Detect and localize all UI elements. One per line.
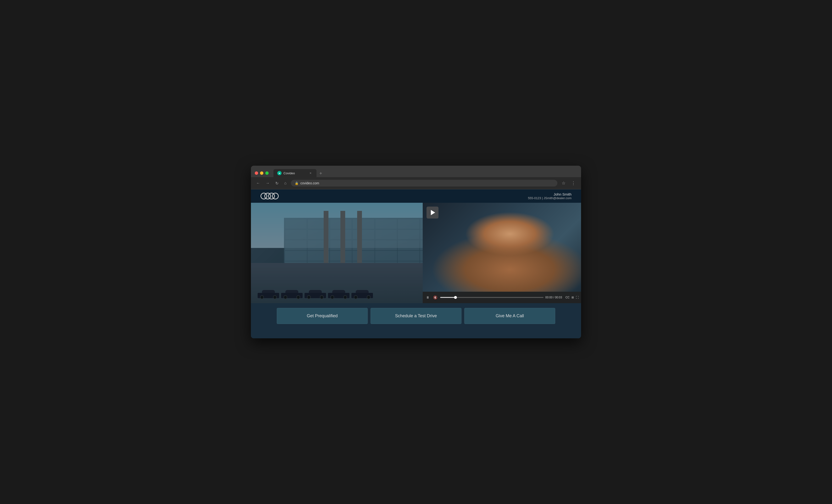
progress-fill bbox=[440, 297, 456, 298]
security-lock-icon: 🔒 bbox=[295, 182, 298, 185]
get-prequalified-button[interactable]: Get Prequalified bbox=[277, 308, 368, 324]
video-controls: ⏸ 🔇 00:00 / 00:03 CC ⊞ ⛶ bbox=[423, 292, 581, 303]
home-button[interactable]: ⌂ bbox=[283, 180, 288, 186]
grid-view-button[interactable]: ⊞ bbox=[571, 296, 574, 299]
video-player[interactable]: ⏸ 🔇 00:00 / 00:03 CC ⊞ ⛶ bbox=[423, 203, 581, 303]
forward-button[interactable]: → bbox=[264, 180, 271, 186]
close-window-button[interactable] bbox=[255, 171, 258, 175]
mute-button[interactable]: 🔇 bbox=[432, 295, 438, 300]
maximize-window-button[interactable] bbox=[265, 171, 269, 175]
tab-close-button[interactable]: × bbox=[308, 171, 313, 175]
video-time: 00:00 / 00:03 bbox=[545, 296, 562, 299]
schedule-test-drive-button[interactable]: Schedule a Test Drive bbox=[370, 308, 462, 324]
play-triangle-icon bbox=[431, 210, 435, 215]
cta-section: Get Prequalified Schedule a Test Drive G… bbox=[251, 303, 581, 329]
left-overlay bbox=[251, 203, 423, 303]
browser-menu-button[interactable]: ⋮ bbox=[570, 180, 577, 187]
page-content: John Smith 555-0123 | JSmith@dealer.com bbox=[251, 189, 581, 338]
new-tab-button[interactable]: + bbox=[317, 170, 324, 177]
contact-info: John Smith 555-0123 | JSmith@dealer.com bbox=[528, 192, 571, 200]
tab-title-label: Covideo bbox=[284, 171, 307, 175]
play-button[interactable] bbox=[426, 207, 439, 218]
fullscreen-button[interactable]: ⛶ bbox=[576, 296, 579, 299]
address-bar[interactable]: 🔒 covideo.com bbox=[291, 180, 557, 186]
tab-favicon-icon bbox=[277, 171, 282, 175]
minimize-window-button[interactable] bbox=[260, 171, 263, 175]
progress-dot bbox=[454, 296, 457, 299]
contact-details: 555-0123 | JSmith@dealer.com bbox=[528, 196, 571, 200]
url-display: covideo.com bbox=[301, 181, 319, 185]
address-bar-area: ← → ↻ ⌂ 🔒 covideo.com ☆ ⋮ bbox=[251, 177, 581, 189]
reload-button[interactable]: ↻ bbox=[274, 180, 280, 186]
audi-rings-icon bbox=[261, 193, 279, 200]
back-button[interactable]: ← bbox=[255, 180, 261, 186]
browser-window: Covideo × + ← → ↻ ⌂ 🔒 covideo.com ☆ ⋮ bbox=[251, 166, 581, 338]
give-me-a-call-button[interactable]: Give Me A Call bbox=[464, 308, 555, 324]
video-progress-bar[interactable] bbox=[440, 297, 544, 298]
main-area: ⏸ 🔇 00:00 / 00:03 CC ⊞ ⛶ bbox=[251, 203, 581, 303]
video-person bbox=[423, 203, 581, 292]
traffic-lights bbox=[255, 171, 269, 175]
active-tab[interactable]: Covideo × bbox=[274, 169, 316, 177]
audi-logo bbox=[261, 193, 279, 200]
bookmark-button[interactable]: ☆ bbox=[560, 180, 567, 187]
site-header: John Smith 555-0123 | JSmith@dealer.com bbox=[251, 189, 581, 203]
title-bar: Covideo × + bbox=[251, 166, 581, 177]
video-thumbnail[interactable] bbox=[423, 203, 581, 292]
captions-button[interactable]: CC bbox=[566, 296, 570, 299]
tabs-area: Covideo × + bbox=[274, 169, 577, 177]
contact-email: JSmith@dealer.com bbox=[544, 196, 571, 200]
contact-name: John Smith bbox=[528, 192, 571, 196]
pause-button[interactable]: ⏸ bbox=[425, 295, 431, 300]
footer-space bbox=[251, 329, 581, 338]
contact-phone: 555-0123 bbox=[528, 196, 541, 200]
